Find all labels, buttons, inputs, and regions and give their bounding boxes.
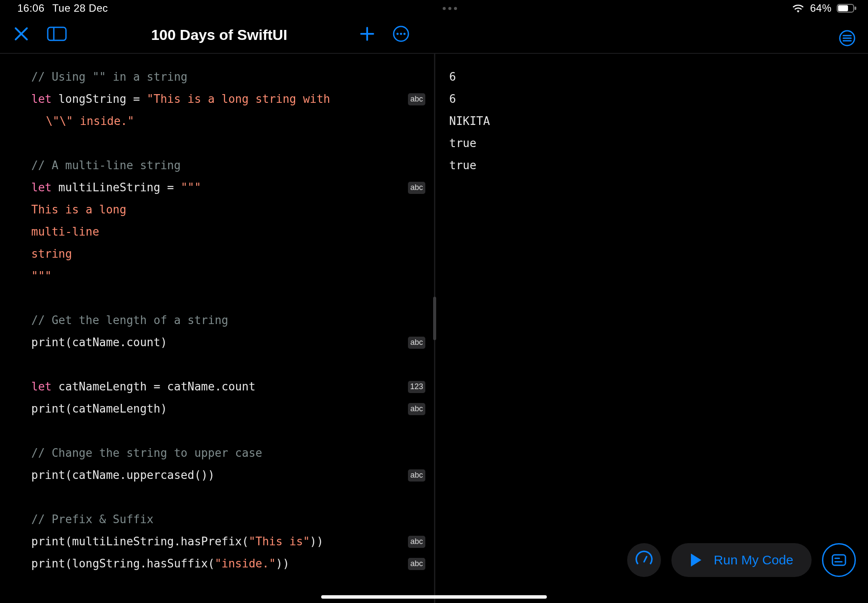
svg-rect-1 (838, 5, 848, 11)
wifi-icon (792, 3, 805, 13)
code-line[interactable]: // Using "" in a string (31, 66, 425, 88)
close-icon[interactable] (13, 26, 30, 44)
code-line[interactable]: // Change the string to upper case (31, 442, 425, 464)
status-bar: 16:06 Tue 28 Dec 64% (0, 0, 868, 16)
code-line[interactable]: print(catName.count) (31, 331, 425, 354)
console-pane: 66NIKITAtruetrue Run My Code (435, 54, 868, 603)
code-line[interactable]: string (31, 243, 425, 265)
code-line[interactable]: print(longString.hasSuffix("inside.")) (31, 553, 425, 575)
console-line: 6 (449, 88, 854, 110)
toolbar: 100 Days of SwiftUI (0, 16, 868, 54)
code-line[interactable]: // A multi-line string (31, 154, 425, 177)
code-line[interactable]: print(catName.uppercased()) (31, 464, 425, 486)
menu-lines-icon[interactable] (838, 29, 856, 49)
code-line[interactable] (31, 132, 425, 154)
result-badge-number[interactable]: 123 (408, 381, 425, 393)
console-line: true (449, 154, 854, 177)
status-right: 64% (792, 2, 857, 14)
main-split: // Using "" in a stringlet longString = … (0, 54, 868, 603)
run-button-label: Run My Code (714, 553, 793, 567)
result-badge-string[interactable]: abc (408, 469, 425, 482)
code-line[interactable]: // Get the length of a string (31, 309, 425, 331)
code-line[interactable]: """ (31, 265, 425, 287)
battery-icon (837, 3, 857, 13)
status-battery-text: 64% (810, 2, 832, 14)
result-badge-string[interactable]: abc (408, 337, 425, 349)
status-left: 16:06 Tue 28 Dec (17, 2, 108, 14)
multitasking-dots[interactable] (443, 7, 457, 10)
code-line[interactable]: multi-line (31, 221, 425, 243)
console-line: NIKITA (449, 110, 854, 132)
code-line[interactable]: \"\" inside." (31, 110, 425, 132)
svg-point-8 (404, 33, 406, 35)
code-block[interactable]: // Using "" in a stringlet longString = … (0, 54, 434, 587)
svg-point-6 (397, 33, 399, 35)
code-line[interactable]: // Prefix & Suffix (31, 508, 425, 531)
status-date: Tue 28 Dec (53, 2, 108, 14)
status-time: 16:06 (17, 2, 45, 14)
page-title: 100 Days of SwiftUI (151, 26, 287, 43)
svg-rect-3 (48, 27, 66, 40)
code-line[interactable] (31, 287, 425, 309)
bottom-controls: Run My Code (627, 543, 856, 577)
home-indicator[interactable] (321, 595, 547, 599)
page-title-wrap: 100 Days of SwiftUI (0, 26, 868, 43)
speed-gauge-button[interactable] (627, 543, 661, 577)
code-line[interactable]: print(catNameLength) (31, 398, 425, 420)
result-badge-string[interactable]: abc (408, 536, 425, 548)
console-line: 6 (449, 66, 854, 88)
code-line[interactable]: print(multiLineString.hasPrefix("This is… (31, 531, 425, 553)
result-badge-string[interactable]: abc (408, 558, 425, 570)
add-icon[interactable] (359, 26, 375, 43)
code-line[interactable]: let catNameLength = catName.count (31, 376, 425, 398)
result-badge-string[interactable]: abc (408, 403, 425, 415)
result-badge-string[interactable]: abc (408, 182, 425, 194)
run-button[interactable]: Run My Code (671, 543, 812, 577)
code-editor-pane[interactable]: // Using "" in a stringlet longString = … (0, 54, 434, 603)
sidebar-toggle-icon[interactable] (47, 26, 67, 43)
code-line[interactable] (31, 420, 425, 442)
svg-point-7 (400, 33, 402, 35)
svg-line-13 (644, 557, 647, 562)
play-icon (690, 553, 703, 567)
more-icon[interactable] (392, 25, 410, 44)
code-line[interactable]: This is a long (31, 199, 425, 221)
code-line[interactable] (31, 486, 425, 508)
svg-rect-2 (855, 7, 856, 10)
console-output: 66NIKITAtruetrue (449, 66, 854, 177)
console-line: true (449, 132, 854, 154)
code-line[interactable]: let longString = "This is a long string … (31, 88, 425, 110)
code-line[interactable] (31, 354, 425, 376)
code-line[interactable]: let multiLineString = """ (31, 177, 425, 199)
results-panel-button[interactable] (822, 543, 856, 577)
svg-rect-14 (832, 555, 845, 565)
result-badge-string[interactable]: abc (408, 93, 425, 105)
